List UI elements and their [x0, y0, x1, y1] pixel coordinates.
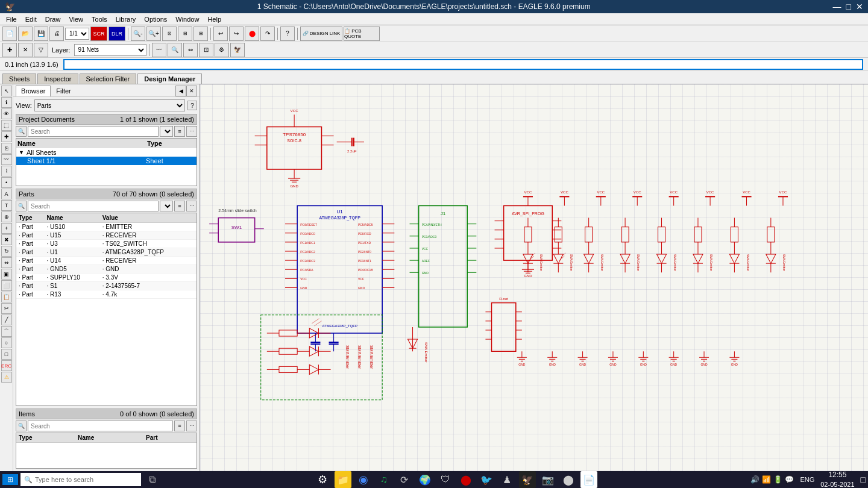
print-button[interactable]: 🖨 [49, 27, 64, 41]
wire-button[interactable]: 〰 [152, 43, 166, 57]
lt-select[interactable]: ⬚ [1, 120, 12, 131]
lt-warning[interactable]: ⚠ [1, 372, 12, 383]
parts-search-select[interactable] [160, 201, 173, 211]
help-button[interactable]: ? [280, 27, 295, 41]
table-row[interactable]: · Part · US10 · EMITTER [16, 223, 197, 231]
list-view-button[interactable]: ≡ [174, 126, 185, 137]
open-button[interactable]: 📂 [18, 27, 33, 41]
taskbar-icon-spotify[interactable]: ♫ [376, 471, 392, 488]
panel-collapse-right[interactable]: ✕ [186, 86, 197, 96]
taskbar-icon-settings[interactable]: ⚙ [314, 471, 331, 488]
command-input[interactable] [63, 59, 863, 70]
notifications-button[interactable]: □ [861, 475, 866, 484]
lt-ungroup[interactable]: ⬜ [1, 280, 12, 291]
start-button[interactable]: ⊞ [2, 474, 18, 485]
taskbar-icon-cam[interactable]: 📷 [539, 471, 556, 488]
dlr-button[interactable]: DLR [108, 27, 125, 41]
design-link-button[interactable]: 🔗 DESIGN LINK [300, 27, 342, 41]
subtab-browser[interactable]: Browser [16, 86, 51, 96]
table-row[interactable]: · Part · SUPPLY10 · 3.3V [16, 274, 197, 282]
items-options[interactable]: ⋯ [186, 421, 197, 431]
filter-button[interactable]: ▽ [34, 43, 48, 57]
lt-junction[interactable]: • [1, 177, 12, 188]
taskbar-icon-folder[interactable]: 📁 [335, 471, 351, 488]
lt-net[interactable]: ⌇ [1, 166, 12, 177]
group-button[interactable]: ⊡ [199, 43, 213, 57]
zoom-out-button[interactable]: 🔍- [131, 27, 145, 41]
menu-library[interactable]: Library [112, 16, 140, 23]
tab-inspector[interactable]: Inspector [37, 74, 78, 84]
task-view-button[interactable]: ⧉ [143, 471, 160, 488]
redo-button[interactable]: ↪ [229, 27, 244, 41]
menu-edit[interactable]: Edit [22, 16, 40, 23]
lt-line[interactable]: ╱ [1, 314, 12, 325]
lt-eye[interactable]: 👁 [1, 108, 12, 119]
project-search-input[interactable] [28, 126, 159, 137]
layer-select[interactable]: 91 Nets [74, 44, 146, 56]
tree-sheet-1[interactable]: Sheet 1/1 Sheet [16, 157, 197, 165]
settings-button[interactable]: ⚙ [215, 43, 229, 57]
parts-search-input[interactable] [28, 201, 159, 211]
zoom-in-button[interactable]: 🔍+ [146, 27, 161, 41]
lt-arc[interactable]: ⌒ [1, 326, 12, 337]
maximize-button[interactable]: □ [846, 2, 851, 11]
taskbar-icon-r2[interactable]: ⬤ [560, 471, 577, 488]
taskbar-icon-bird[interactable]: 🐦 [478, 471, 495, 488]
volume-icon[interactable]: 🔊 [750, 475, 760, 484]
tab-sheets[interactable]: Sheets [2, 74, 36, 84]
lt-copy[interactable]: ⎘ [1, 143, 12, 154]
lt-pointer[interactable]: ↖ [1, 86, 12, 96]
table-row[interactable]: · Part · GND5 · GND [16, 265, 197, 274]
lt-add[interactable]: + [1, 223, 12, 234]
lt-paste[interactable]: 📋 [1, 292, 12, 302]
search-schematic-button[interactable]: 🔍 [168, 43, 182, 57]
table-row[interactable]: · Part · U1 · ATMEGA328P_TQFP [16, 248, 197, 257]
zoom-all-button[interactable]: ⊞ [193, 27, 208, 41]
items-list-view[interactable]: ≡ [174, 421, 185, 431]
menu-view[interactable]: View [65, 16, 87, 23]
pointer-button[interactable]: ✚ [2, 43, 17, 57]
lt-rect[interactable]: □ [1, 349, 12, 360]
lt-label[interactable]: A [1, 189, 12, 199]
lt-wire[interactable]: 〰 [1, 154, 12, 165]
battery-icon[interactable]: 🔋 [773, 475, 782, 484]
parts-options[interactable]: ⋯ [186, 201, 197, 211]
undo-button[interactable]: ↩ [213, 27, 228, 41]
taskbar-icon-chess[interactable]: ♟ [498, 471, 515, 488]
menu-tools[interactable]: Tools [88, 16, 111, 23]
taskbar-icon-chrome[interactable]: ◉ [355, 471, 372, 488]
stop-button[interactable]: ⬤ [245, 27, 259, 41]
lt-rotate[interactable]: ↻ [1, 246, 12, 257]
save-button[interactable]: 💾 [34, 27, 48, 41]
menu-options[interactable]: Options [140, 16, 171, 23]
view-select[interactable]: Parts Nets Busses Instances [34, 99, 185, 111]
menu-file[interactable]: File [2, 16, 20, 23]
zoom-area-button[interactable]: ⊟ [178, 27, 192, 41]
lt-mirror[interactable]: ⇔ [1, 257, 12, 268]
schematic-canvas[interactable]: TPS76850 SOIC-8 GND VCC [200, 84, 868, 471]
taskbar-search-box[interactable]: 🔍 Type here to search [20, 473, 141, 486]
taskbar-icon-eagle[interactable]: 🦅 [519, 471, 536, 488]
menu-help[interactable]: Help [204, 16, 225, 23]
lt-part[interactable]: ⊕ [1, 211, 12, 222]
scr-button[interactable]: SCR [90, 27, 107, 41]
panel-collapse-left[interactable]: ◀ [175, 86, 186, 96]
network-icon[interactable]: 📶 [762, 475, 771, 484]
tab-selection-filter[interactable]: Selection Filter [80, 74, 137, 84]
forward-button[interactable]: ↷ [260, 27, 275, 41]
subtab-filter[interactable]: Filter [51, 86, 76, 96]
menu-window[interactable]: Window [172, 16, 203, 23]
project-search-select[interactable] [160, 126, 173, 137]
taskbar-icon-shield[interactable]: 🛡 [437, 471, 454, 488]
tree-all-sheets[interactable]: ▼ All Sheets [16, 148, 197, 157]
minimize-button[interactable]: — [833, 2, 841, 11]
lt-cut[interactable]: ✂ [1, 303, 12, 314]
taskbar-icon-earth[interactable]: 🌍 [417, 471, 433, 488]
table-row[interactable]: · Part · S1 · 2-1437565-7 [16, 282, 197, 290]
items-search-input[interactable] [28, 421, 173, 431]
close-button[interactable]: ✕ [856, 2, 863, 11]
new-button[interactable]: 📄 [2, 27, 17, 41]
eagle-settings-button[interactable]: 🦅 [230, 43, 245, 57]
taskbar-icon-pdf[interactable]: 📄 [580, 471, 597, 488]
lt-move[interactable]: ✚ [1, 131, 12, 142]
